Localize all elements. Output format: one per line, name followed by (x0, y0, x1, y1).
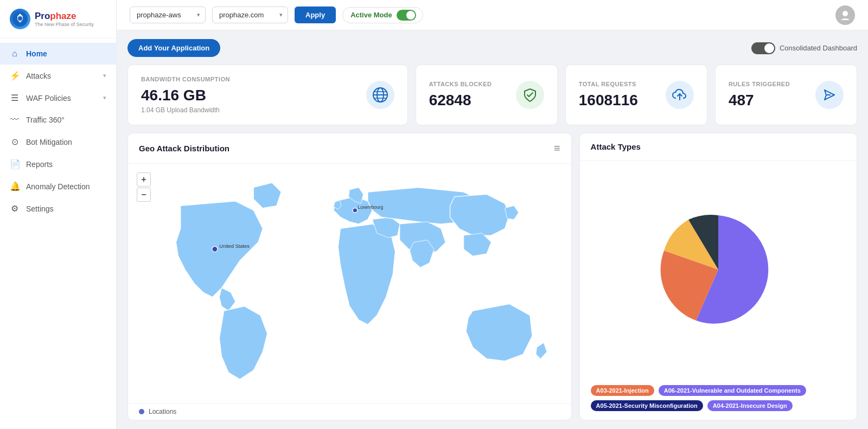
traffic-icon: 〰 (10, 115, 20, 125)
legend-badge-insecure: A04-2021-Insecure Design (707, 400, 793, 411)
home-icon: ⌂ (10, 49, 20, 59)
attack-types-panel: Attack Types (579, 133, 857, 420)
sidebar-item-bot-mitigation[interactable]: ⊙ Bot Mitigation (0, 131, 116, 153)
svg-text:Luxembourg: Luxembourg (358, 204, 383, 210)
stat-bandwidth-content: BANDWIDTH CONSUMPTION 46.16 GB 1.04 GB U… (141, 76, 230, 114)
domain-select[interactable]: prophaze.com (212, 7, 288, 23)
attacks-label: ATTACKS BLOCKED (429, 81, 492, 87)
active-mode-toggle[interactable]: Active Mode (342, 7, 423, 23)
legend-badge-vulnerable: A06-2021-Vulnerable and Outdated Compone… (659, 385, 806, 396)
svg-point-1 (18, 16, 22, 21)
map-controls: + − (137, 172, 151, 202)
stat-card-bandwidth: BANDWIDTH CONSUMPTION 46.16 GB 1.04 GB U… (127, 65, 408, 125)
reports-icon: 📄 (10, 159, 20, 169)
sidebar: Prophaze The New Phase of Security ⌂ Hom… (0, 0, 117, 429)
attack-chart-area (580, 161, 857, 379)
waf-icon: ☰ (10, 93, 20, 103)
attack-types-pie-chart (659, 210, 778, 329)
bottom-row: Geo Attack Distribution ≡ + − (127, 133, 857, 420)
legend-label: Locations (149, 408, 176, 415)
stat-attacks-content: ATTACKS BLOCKED 62848 (429, 81, 492, 109)
legend-dot (139, 409, 144, 414)
cloud-upload-icon (666, 81, 694, 109)
attacks-icon: ⚡ (10, 71, 20, 81)
main-area: prophaze-aws ▾ prophaze.com ▾ Apply Acti… (117, 0, 868, 429)
svg-text:United States: United States (219, 244, 250, 249)
geo-map-container: + − (128, 164, 571, 403)
topbar: prophaze-aws ▾ prophaze.com ▾ Apply Acti… (117, 0, 868, 30)
rules-label: RULES TRIGGERED (729, 81, 790, 87)
domain-select-wrapper: prophaze.com ▾ (212, 7, 288, 23)
apply-button[interactable]: Apply (295, 7, 336, 23)
sidebar-item-reports[interactable]: 📄 Reports (0, 153, 116, 175)
sidebar-item-waf[interactable]: ☰ WAF Policies ▾ (0, 87, 116, 109)
attack-legend: A03-2021-Injection A06-2021-Vulnerable a… (580, 379, 857, 420)
geo-attack-panel: Geo Attack Distribution ≡ + − (127, 133, 572, 420)
stat-requests-content: TOTAL REQUESTS 1608116 (579, 81, 638, 109)
legend-badge-misconfig: A05-2021-Security Misconfiguration (591, 400, 703, 411)
world-map-svg: United States Luxembourg (133, 169, 566, 398)
bot-icon: ⊙ (10, 137, 20, 147)
aws-select-wrapper: prophaze-aws ▾ (130, 7, 206, 23)
bandwidth-value: 46.16 GB (141, 87, 230, 104)
svg-point-10 (212, 246, 218, 252)
consolidated-label: Consolidated Dashboard (780, 44, 857, 52)
toggle-pill[interactable] (397, 10, 416, 21)
sidebar-item-anomaly[interactable]: 🔔 Anomaly Detection (0, 175, 116, 197)
active-mode-label: Active Mode (350, 11, 392, 19)
content-area: Add Your Application Consolidated Dashbo… (117, 30, 868, 429)
attacks-value: 62848 (429, 92, 492, 109)
stat-card-attacks: ATTACKS BLOCKED 62848 (416, 65, 558, 125)
geo-panel-title: Geo Attack Distribution (139, 144, 229, 153)
svg-point-2 (843, 11, 848, 16)
consolidated-pill-toggle[interactable] (751, 42, 775, 54)
zoom-in-button[interactable]: + (137, 172, 151, 187)
svg-point-12 (353, 208, 357, 213)
add-application-button[interactable]: Add Your Application (127, 39, 220, 57)
chevron-down-icon: ▾ (103, 72, 106, 79)
send-icon (815, 81, 844, 109)
map-legend: Locations (128, 403, 571, 420)
anomaly-icon: 🔔 (10, 181, 20, 191)
consolidated-toggle: Consolidated Dashboard (751, 42, 857, 54)
bandwidth-label: BANDWIDTH CONSUMPTION (141, 76, 230, 82)
stat-card-requests: TOTAL REQUESTS 1608116 (565, 65, 707, 125)
settings-icon: ⚙ (10, 203, 20, 214)
stats-row: BANDWIDTH CONSUMPTION 46.16 GB 1.04 GB U… (127, 65, 857, 125)
logo-icon (10, 9, 30, 29)
rules-value: 487 (729, 92, 790, 109)
nav-items: ⌂ Home ⚡ Attacks ▾ ☰ WAF Policies ▾ 〰 Tr… (0, 39, 116, 429)
globe-icon (366, 81, 394, 109)
geo-panel-header: Geo Attack Distribution ≡ (128, 133, 571, 164)
action-bar: Add Your Application Consolidated Dashbo… (127, 39, 857, 57)
requests-label: TOTAL REQUESTS (579, 81, 638, 87)
legend-badge-injection: A03-2021-Injection (591, 385, 654, 396)
zoom-out-button[interactable]: − (137, 188, 151, 202)
aws-select[interactable]: prophaze-aws (130, 7, 206, 23)
requests-value: 1608116 (579, 92, 638, 109)
stat-rules-content: RULES TRIGGERED 487 (729, 81, 790, 109)
logo-text: Prophaze The New Phase of Security (35, 11, 94, 27)
sidebar-item-home[interactable]: ⌂ Home (0, 43, 116, 65)
geo-panel-menu-icon[interactable]: ≡ (554, 142, 560, 155)
sidebar-item-traffic[interactable]: 〰 Traffic 360° (0, 109, 116, 131)
sidebar-item-attacks[interactable]: ⚡ Attacks ▾ (0, 65, 116, 87)
sidebar-item-settings[interactable]: ⚙ Settings (0, 197, 116, 220)
chevron-down-icon: ▾ (103, 94, 106, 101)
bandwidth-sub: 1.04 GB Upload Bandwidth (141, 106, 230, 114)
stat-card-rules: RULES TRIGGERED 487 (715, 65, 857, 125)
sidebar-logo: Prophaze The New Phase of Security (0, 0, 116, 39)
attack-types-header: Attack Types (580, 133, 857, 161)
attack-types-title: Attack Types (591, 142, 641, 151)
avatar[interactable] (835, 5, 855, 25)
shield-icon (516, 81, 544, 109)
